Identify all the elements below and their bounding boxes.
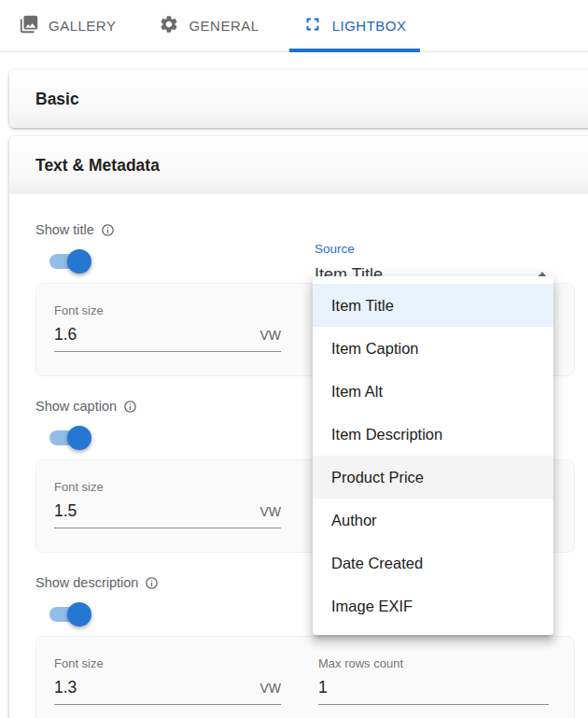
tab-lightbox-label: LIGHTBOX bbox=[332, 18, 407, 34]
menu-item-item-title[interactable]: Item Title bbox=[313, 284, 553, 327]
description-font-size-input[interactable] bbox=[54, 678, 185, 697]
tab-lightbox[interactable]: LIGHTBOX bbox=[289, 0, 420, 51]
show-caption-toggle[interactable] bbox=[47, 425, 91, 451]
show-title-label: Show title bbox=[35, 222, 94, 237]
caption-font-size-field: Font size VW bbox=[54, 480, 281, 552]
accordion-text-metadata-title: Text & Metadata bbox=[35, 156, 160, 176]
show-description-label: Show description bbox=[35, 575, 138, 590]
title-font-size-field: Font size VW bbox=[54, 303, 281, 375]
source-dropdown-menu: Item Title Item Caption Item Alt Item De… bbox=[313, 276, 553, 635]
menu-item-product-price[interactable]: Product Price bbox=[313, 456, 553, 499]
show-title-toggle[interactable] bbox=[47, 248, 91, 275]
accordion-basic: Basic bbox=[9, 70, 588, 128]
value-row bbox=[318, 672, 549, 705]
accordion-basic-header[interactable]: Basic bbox=[9, 70, 588, 128]
info-icon[interactable] bbox=[101, 223, 115, 237]
info-icon[interactable] bbox=[123, 400, 137, 414]
toggle-thumb bbox=[67, 426, 91, 450]
value-row: VW bbox=[54, 496, 281, 528]
tab-gallery[interactable]: GALLERY bbox=[6, 0, 129, 51]
menu-item-item-description[interactable]: Item Description bbox=[313, 413, 553, 456]
description-font-size-field: Font size VW bbox=[54, 656, 281, 718]
tab-gallery-label: GALLERY bbox=[49, 18, 116, 34]
show-description-panel: Font size VW Max rows count bbox=[35, 636, 575, 718]
unit-suffix: VW bbox=[259, 681, 281, 696]
tab-general[interactable]: GENERAL bbox=[146, 0, 272, 51]
source-select-label: Source bbox=[315, 242, 553, 256]
show-caption-label: Show caption bbox=[35, 399, 117, 414]
accordion-text-metadata-header[interactable]: Text & Metadata bbox=[9, 136, 588, 194]
menu-item-item-alt[interactable]: Item Alt bbox=[313, 370, 553, 413]
value-row: VW bbox=[54, 319, 281, 352]
tabs-bar: GALLERY GENERAL LIGHTBOX bbox=[0, 0, 588, 52]
value-row: VW bbox=[54, 672, 281, 705]
menu-item-item-caption[interactable]: Item Caption bbox=[313, 327, 553, 370]
toggle-thumb bbox=[67, 249, 91, 274]
info-icon[interactable] bbox=[145, 576, 159, 590]
show-description-toggle[interactable] bbox=[47, 601, 91, 627]
max-rows-count-input[interactable] bbox=[318, 678, 449, 697]
field-label: Font size bbox=[54, 303, 281, 317]
tab-general-label: GENERAL bbox=[189, 18, 259, 34]
show-title-label-row: Show title bbox=[35, 220, 575, 239]
field-label: Font size bbox=[54, 480, 281, 494]
menu-item-image-exif[interactable]: Image EXIF bbox=[313, 584, 553, 627]
menu-item-author[interactable]: Author bbox=[313, 499, 553, 542]
caption-font-size-input[interactable] bbox=[54, 501, 185, 521]
gear-icon bbox=[159, 14, 179, 38]
menu-item-date-created[interactable]: Date Created bbox=[313, 542, 553, 584]
unit-suffix: VW bbox=[259, 504, 281, 519]
toggle-thumb bbox=[67, 602, 91, 626]
field-label: Max rows count bbox=[318, 656, 549, 670]
lightbox-settings-page: GALLERY GENERAL LIGHTBOX Basic Text & Me… bbox=[0, 0, 588, 718]
accordion-basic-title: Basic bbox=[35, 90, 79, 109]
max-rows-count-field: Max rows count bbox=[318, 656, 549, 718]
fullscreen-icon bbox=[302, 14, 323, 38]
unit-suffix: VW bbox=[259, 328, 281, 343]
title-font-size-input[interactable] bbox=[54, 325, 185, 345]
field-label: Font size bbox=[54, 656, 281, 670]
gallery-icon bbox=[19, 14, 39, 38]
